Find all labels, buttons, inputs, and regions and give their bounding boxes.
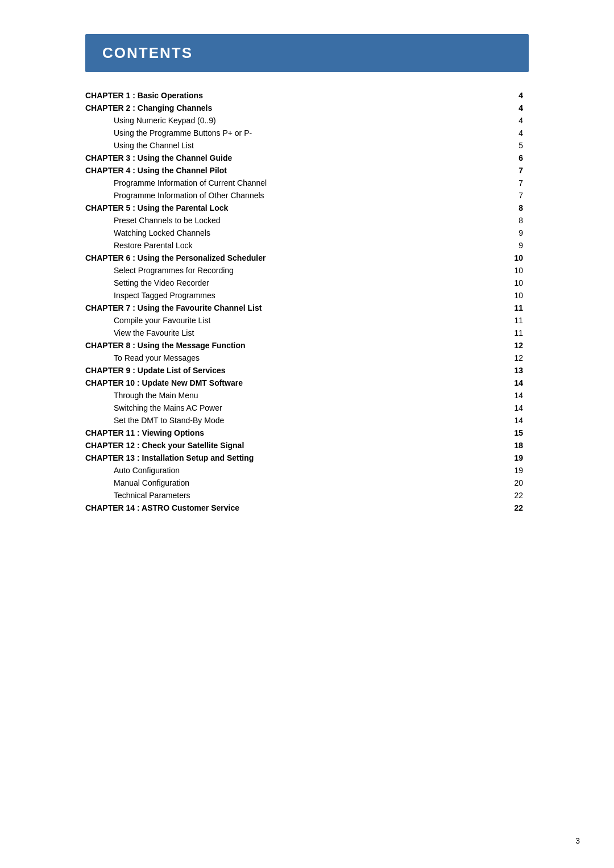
- toc-row: CHAPTER 9 : Update List of Services13: [85, 364, 529, 377]
- toc-page-number: 12: [491, 352, 529, 364]
- toc-sub-label: Preset Channels to be Locked: [85, 214, 491, 227]
- toc-page-number: 6: [491, 152, 529, 164]
- toc-page-number: 18: [491, 439, 529, 452]
- toc-row: Set the DMT to Stand-By Mode14: [85, 414, 529, 427]
- toc-sub-label: Using Numeric Keypad (0..9): [85, 114, 491, 127]
- toc-row: Auto Configuration19: [85, 464, 529, 477]
- toc-sub-label: Manual Configuration: [85, 477, 491, 489]
- toc-row: CHAPTER 3 : Using the Channel Guide6: [85, 152, 529, 164]
- toc-sub-label: Using the Channel List: [85, 139, 491, 152]
- toc-page-number: 15: [491, 427, 529, 439]
- toc-chapter-label: CHAPTER 11 : Viewing Options: [85, 427, 491, 439]
- toc-row: CHAPTER 12 : Check your Satellite Signal…: [85, 439, 529, 452]
- toc-row: CHAPTER 14 : ASTRO Customer Service22: [85, 502, 529, 514]
- toc-row: Manual Configuration20: [85, 477, 529, 489]
- toc-chapter-label: CHAPTER 6 : Using the Personalized Sched…: [85, 252, 491, 264]
- toc-sub-label: Watching Locked Channels: [85, 227, 491, 239]
- toc-page-number: 14: [491, 402, 529, 414]
- toc-row: Using the Channel List5: [85, 139, 529, 152]
- toc-row: CHAPTER 6 : Using the Personalized Sched…: [85, 252, 529, 264]
- toc-page-number: 4: [491, 102, 529, 114]
- toc-row: Preset Channels to be Locked8: [85, 214, 529, 227]
- toc-sub-label: Inspect Tagged Programmes: [85, 289, 491, 302]
- page-number: 3: [575, 836, 580, 845]
- toc-chapter-label: CHAPTER 8 : Using the Message Function: [85, 339, 491, 352]
- toc-row: Setting the Video Recorder10: [85, 277, 529, 289]
- toc-page-number: 11: [491, 327, 529, 339]
- toc-row: Using Numeric Keypad (0..9)4: [85, 114, 529, 127]
- toc-page-number: 7: [491, 177, 529, 189]
- toc-row: Inspect Tagged Programmes10: [85, 289, 529, 302]
- toc-page-number: 4: [491, 114, 529, 127]
- toc-page-number: 9: [491, 239, 529, 252]
- toc-row: CHAPTER 11 : Viewing Options15: [85, 427, 529, 439]
- toc-chapter-label: CHAPTER 2 : Changing Channels: [85, 102, 491, 114]
- toc-row: Compile your Favourite List11: [85, 314, 529, 327]
- toc-sub-label: View the Favourite List: [85, 327, 491, 339]
- toc-row: CHAPTER 7 : Using the Favourite Channel …: [85, 302, 529, 314]
- toc-page-number: 14: [491, 389, 529, 402]
- toc-row: CHAPTER 10 : Update New DMT Software14: [85, 377, 529, 389]
- toc-sub-label: Compile your Favourite List: [85, 314, 491, 327]
- toc-chapter-label: CHAPTER 13 : Installation Setup and Sett…: [85, 452, 491, 464]
- toc-page-number: 4: [491, 89, 529, 102]
- toc-row: Restore Parental Lock9: [85, 239, 529, 252]
- toc-sub-label: Technical Parameters: [85, 489, 491, 502]
- toc-sub-label: Switching the Mains AC Power: [85, 402, 491, 414]
- toc-table: CHAPTER 1 : Basic Operations4CHAPTER 2 :…: [85, 89, 529, 514]
- toc-row: Technical Parameters22: [85, 489, 529, 502]
- contents-title: CONTENTS: [102, 44, 512, 62]
- toc-row: Programme Information of Other Channels7: [85, 189, 529, 202]
- toc-row: Through the Main Menu14: [85, 389, 529, 402]
- toc-page-number: 22: [491, 502, 529, 514]
- toc-page-number: 9: [491, 227, 529, 239]
- toc-page-number: 12: [491, 339, 529, 352]
- toc-page-number: 11: [491, 314, 529, 327]
- toc-chapter-label: CHAPTER 9 : Update List of Services: [85, 364, 491, 377]
- toc-page-number: 20: [491, 477, 529, 489]
- toc-page-number: 14: [491, 377, 529, 389]
- toc-sub-label: To Read your Messages: [85, 352, 491, 364]
- toc-page-number: 4: [491, 127, 529, 139]
- toc-sub-label: Through the Main Menu: [85, 389, 491, 402]
- toc-row: CHAPTER 4 : Using the Channel Pilot7: [85, 164, 529, 177]
- toc-page-number: 7: [491, 164, 529, 177]
- toc-sub-label: Set the DMT to Stand-By Mode: [85, 414, 491, 427]
- toc-chapter-label: CHAPTER 10 : Update New DMT Software: [85, 377, 491, 389]
- toc-sub-label: Select Programmes for Recording: [85, 264, 491, 277]
- toc-row: Switching the Mains AC Power14: [85, 402, 529, 414]
- toc-row: View the Favourite List11: [85, 327, 529, 339]
- toc-page-number: 19: [491, 464, 529, 477]
- toc-page-number: 13: [491, 364, 529, 377]
- page-container: CONTENTS CHAPTER 1 : Basic Operations4CH…: [85, 0, 529, 548]
- toc-chapter-label: CHAPTER 12 : Check your Satellite Signal: [85, 439, 491, 452]
- toc-row: CHAPTER 5 : Using the Parental Lock8: [85, 202, 529, 214]
- toc-row: CHAPTER 8 : Using the Message Function12: [85, 339, 529, 352]
- toc-sub-label: Auto Configuration: [85, 464, 491, 477]
- toc-chapter-label: CHAPTER 7 : Using the Favourite Channel …: [85, 302, 491, 314]
- toc-page-number: 10: [491, 289, 529, 302]
- toc-page-number: 11: [491, 302, 529, 314]
- toc-row: Watching Locked Channels9: [85, 227, 529, 239]
- toc-page-number: 10: [491, 252, 529, 264]
- toc-page-number: 10: [491, 277, 529, 289]
- toc-row: CHAPTER 1 : Basic Operations4: [85, 89, 529, 102]
- toc-page-number: 8: [491, 214, 529, 227]
- toc-row: To Read your Messages12: [85, 352, 529, 364]
- toc-sub-label: Setting the Video Recorder: [85, 277, 491, 289]
- toc-sub-label: Using the Programme Buttons P+ or P-: [85, 127, 491, 139]
- toc-page-number: 22: [491, 489, 529, 502]
- toc-chapter-label: CHAPTER 3 : Using the Channel Guide: [85, 152, 491, 164]
- toc-chapter-label: CHAPTER 4 : Using the Channel Pilot: [85, 164, 491, 177]
- toc-chapter-label: CHAPTER 5 : Using the Parental Lock: [85, 202, 491, 214]
- toc-sub-label: Restore Parental Lock: [85, 239, 491, 252]
- toc-chapter-label: CHAPTER 1 : Basic Operations: [85, 89, 491, 102]
- toc-page-number: 5: [491, 139, 529, 152]
- contents-header: CONTENTS: [85, 34, 529, 72]
- toc-row: Select Programmes for Recording10: [85, 264, 529, 277]
- toc-sub-label: Programme Information of Current Channel: [85, 177, 491, 189]
- toc-chapter-label: CHAPTER 14 : ASTRO Customer Service: [85, 502, 491, 514]
- toc-sub-label: Programme Information of Other Channels: [85, 189, 491, 202]
- toc-row: Using the Programme Buttons P+ or P-4: [85, 127, 529, 139]
- toc-page-number: 10: [491, 264, 529, 277]
